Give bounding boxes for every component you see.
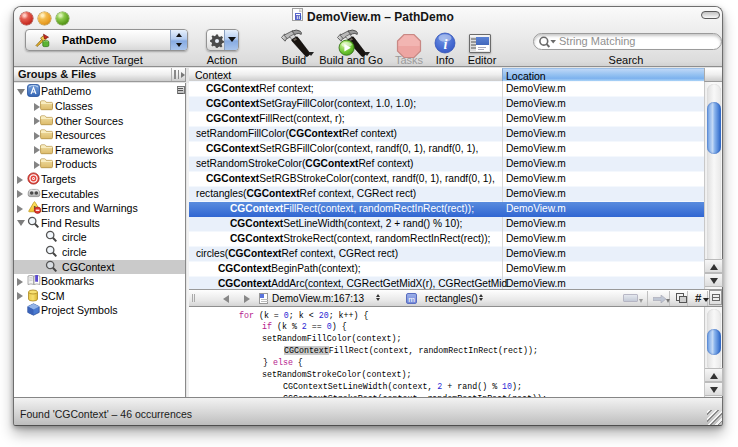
svg-text:i: i — [444, 37, 448, 52]
